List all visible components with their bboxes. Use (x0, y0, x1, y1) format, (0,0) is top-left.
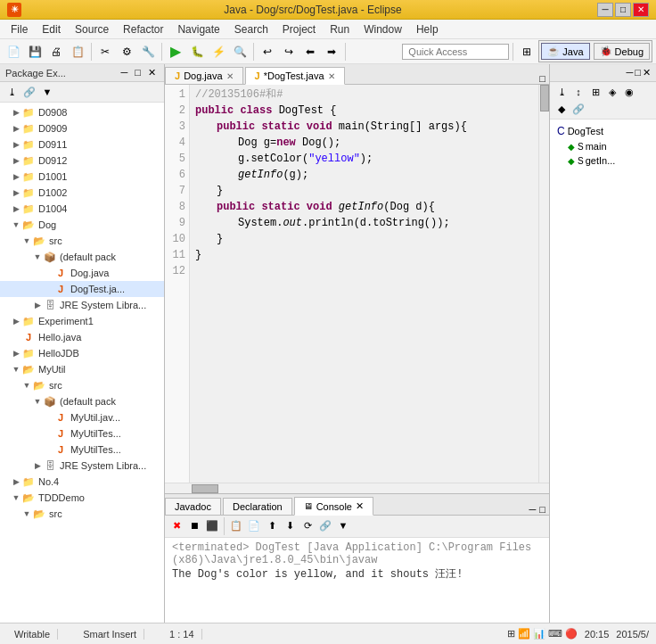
tree-expander[interactable]: ▶ (32, 461, 43, 470)
outline-close-button[interactable]: ✕ (643, 67, 651, 78)
link-with-editor-button[interactable]: 🔗 (21, 84, 37, 100)
toolbar-btn-14[interactable]: ➡ (322, 42, 341, 62)
outline-sync-button[interactable]: 🔗 (570, 101, 586, 117)
list-item[interactable]: ▶ 📁 D0911 (0, 136, 164, 153)
toolbar-btn-7[interactable]: 🔧 (138, 42, 158, 62)
console-btn-10[interactable]: ▼ (335, 517, 351, 533)
tree-expander[interactable]: ▶ (11, 140, 21, 149)
pkg-close-button[interactable]: ✕ (145, 67, 159, 78)
tree-expander[interactable]: ▶ (11, 349, 21, 358)
menu-file[interactable]: File (4, 21, 35, 37)
list-item[interactable]: ▶ 🗄 JRE System Libra... (0, 297, 164, 313)
toolbar-btn-10[interactable]: 🔍 (230, 42, 250, 62)
list-item[interactable]: ▶ 📁 D1004 (0, 201, 164, 217)
tree-expander[interactable]: ▶ (11, 477, 21, 486)
tree-expander[interactable]: ▼ (21, 236, 32, 245)
list-item[interactable]: J MyUtil.jav... (0, 409, 164, 425)
new-button[interactable]: 📄 (4, 42, 23, 62)
editor-scrollbar[interactable] (538, 85, 549, 483)
list-item[interactable]: ▼ 📂 src (0, 377, 164, 393)
code-editor[interactable]: //20135106#和# public class DogTest { pub… (190, 85, 538, 483)
pkg-maximize-button[interactable]: □ (132, 67, 144, 78)
tree-expander[interactable]: ▼ (32, 252, 43, 261)
console-btn-7[interactable]: ⬇ (282, 517, 298, 533)
outline-maximize-button[interactable]: □ (635, 67, 641, 78)
menu-help[interactable]: Help (409, 21, 446, 37)
tree-expander[interactable]: ▶ (11, 188, 21, 197)
outline-class-item[interactable]: C DogTest (554, 123, 652, 139)
list-item[interactable]: ▼ 📂 src (0, 506, 164, 522)
list-item[interactable]: ▶ 📁 D0908 (0, 104, 164, 120)
console-btn-6[interactable]: ⬆ (264, 517, 280, 533)
toolbar-btn-5[interactable]: ✂ (95, 42, 115, 62)
tree-expander[interactable]: ▼ (32, 397, 43, 406)
list-item[interactable]: ▼ 📂 Dog (0, 217, 164, 233)
menu-source[interactable]: Source (68, 21, 116, 37)
editor-maximize-button[interactable]: □ (539, 73, 545, 84)
tab-dog-java[interactable]: J Dog.java ✕ (165, 67, 243, 84)
list-item[interactable]: J Dog.java (0, 265, 164, 281)
list-item[interactable]: ▶ 📁 D1002 (0, 185, 164, 201)
list-item[interactable]: J DogTest.ja... (0, 281, 164, 297)
menu-refactor[interactable]: Refactor (116, 21, 170, 37)
outline-btn6[interactable]: ◆ (554, 101, 570, 117)
debug-perspective-button[interactable]: 🐞 Debug (594, 43, 650, 60)
console-clear-button[interactable]: ✖ (168, 517, 184, 533)
tree-expander[interactable]: ▼ (11, 220, 21, 229)
tree-expander[interactable]: ▼ (11, 365, 21, 374)
toolbar-btn-6[interactable]: ⚙ (117, 42, 136, 62)
tree-expander[interactable]: ▶ (11, 317, 21, 326)
quick-access-input[interactable] (402, 44, 509, 60)
tree-expander[interactable]: ▼ (21, 509, 32, 518)
menu-navigate[interactable]: Navigate (170, 21, 226, 37)
console-btn-4[interactable]: 📋 (228, 517, 244, 533)
list-item[interactable]: ▶ 📁 D0909 (0, 120, 164, 136)
outline-method-item[interactable]: ◆ S main (554, 139, 652, 153)
tree-expander[interactable]: ▶ (11, 172, 21, 181)
toolbar-btn-4[interactable]: 📋 (68, 42, 87, 62)
run-button[interactable]: ▶ (166, 42, 185, 62)
console-btn-3[interactable]: ⬛ (204, 517, 220, 533)
menu-project[interactable]: Project (275, 21, 323, 37)
list-item[interactable]: ▼ 📂 MyUtil (0, 361, 164, 377)
console-btn-5[interactable]: 📄 (246, 517, 262, 533)
tab-javadoc[interactable]: Javadoc (165, 498, 221, 515)
outline-method-item[interactable]: ◆ S getIn... (554, 153, 652, 168)
tree-expander[interactable]: ▼ (11, 493, 21, 502)
outline-collapse-button[interactable]: ⤓ (554, 84, 570, 100)
editor-horizontal-scrollbar[interactable] (165, 483, 549, 493)
list-item[interactable]: ▼ 📦 (default pack (0, 249, 164, 265)
toolbar-btn-9[interactable]: ⚡ (209, 42, 228, 62)
tab-dogtest-close[interactable]: ✕ (328, 71, 335, 81)
bottom-maximize-button[interactable]: □ (539, 504, 545, 515)
list-item[interactable]: J MyUtilTes... (0, 442, 164, 458)
pkg-minimize-button[interactable]: ─ (119, 67, 131, 78)
menu-window[interactable]: Window (357, 21, 409, 37)
tab-dogtest-java[interactable]: J *DogTest.java ✕ (245, 67, 345, 85)
tab-dog-close[interactable]: ✕ (226, 71, 234, 81)
tab-console[interactable]: 🖥 Console ✕ (294, 497, 373, 516)
open-perspective-button[interactable]: ⊞ (517, 42, 537, 62)
pkg-menu-button[interactable]: ▼ (39, 84, 55, 100)
console-btn-9[interactable]: 🔗 (317, 517, 333, 533)
console-stop-button[interactable]: ⏹ (186, 517, 202, 533)
list-item[interactable]: J MyUtilTes... (0, 425, 164, 442)
list-item[interactable]: ▼ 📂 TDDDemo (0, 490, 164, 506)
debug-button[interactable]: 🐛 (187, 42, 207, 62)
close-button[interactable]: ✕ (633, 3, 649, 17)
minimize-button[interactable]: ─ (597, 3, 613, 17)
tree-expander[interactable]: ▶ (32, 301, 43, 310)
toolbar-btn-11[interactable]: ↩ (258, 42, 277, 62)
print-button[interactable]: 🖨 (46, 42, 66, 62)
console-tab-close[interactable]: ✕ (356, 500, 364, 512)
outline-filter-button[interactable]: ⊞ (587, 84, 603, 100)
list-item[interactable]: ▶ 🗄 JRE System Libra... (0, 458, 164, 474)
menu-search[interactable]: Search (227, 21, 275, 37)
list-item[interactable]: ▼ 📂 src (0, 233, 164, 249)
tree-expander[interactable]: ▶ (11, 204, 21, 213)
maximize-button[interactable]: □ (615, 3, 631, 17)
toolbar-btn-12[interactable]: ↪ (279, 42, 299, 62)
list-item[interactable]: ▶ 📁 HelloJDB (0, 345, 164, 361)
list-item[interactable]: ▼ 📦 (default pack (0, 393, 164, 409)
tree-expander[interactable]: ▼ (21, 381, 32, 390)
